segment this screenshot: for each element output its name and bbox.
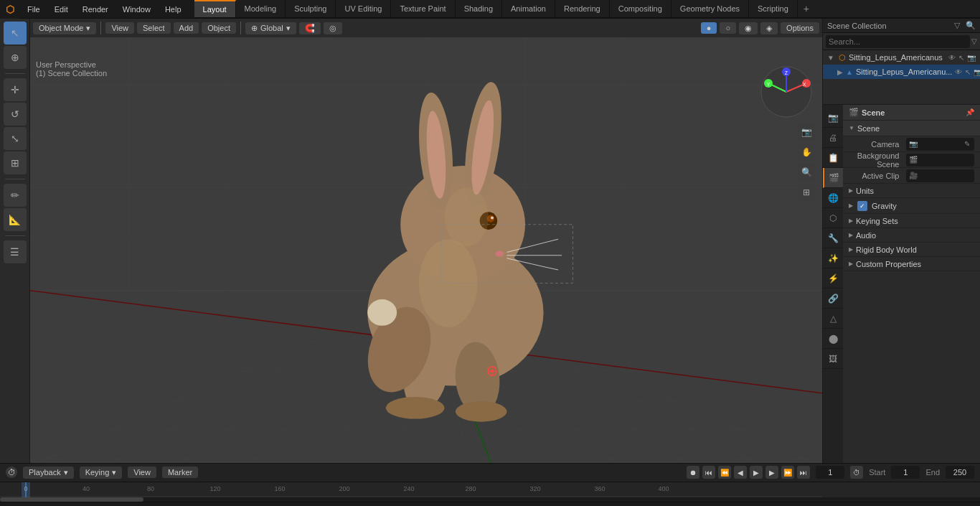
jump-start-btn[interactable]: ⏮: [702, 466, 715, 479]
outliner-filter-icon[interactable]: ▽: [954, 21, 960, 30]
gravity-checkbox[interactable]: ✓: [857, 201, 867, 211]
marker-menu[interactable]: Marker: [162, 467, 198, 478]
prev-keyframe-btn[interactable]: ◀: [734, 466, 747, 479]
timeline-scrollbar[interactable]: [0, 497, 980, 502]
tool-scale[interactable]: ⤡: [4, 127, 27, 150]
tab-geometry-nodes[interactable]: Geometry Nodes: [672, 0, 749, 17]
timeline-ruler[interactable]: 0 40 80 120 160 200 240 280 320 360 400: [0, 482, 980, 502]
prop-tab-particles[interactable]: ✨: [823, 248, 843, 268]
viewport-tool-hand[interactable]: ✋: [798, 144, 815, 161]
fps-indicator[interactable]: ⏱: [850, 466, 863, 479]
menu-help[interactable]: Help: [158, 0, 189, 18]
viewport-3d[interactable]: Object Mode ▾ View Select Add Object ⊕ G…: [30, 19, 822, 463]
custom-props-section[interactable]: ▶ Custom Properties: [843, 257, 980, 271]
snap-toggle[interactable]: 🧲: [299, 22, 321, 34]
prop-tab-material[interactable]: ⬤: [823, 329, 843, 349]
menu-window[interactable]: Window: [116, 0, 158, 18]
next-frame-btn[interactable]: ⏩: [781, 466, 794, 479]
prop-tab-data[interactable]: △: [823, 309, 843, 329]
tool-add[interactable]: ☰: [4, 240, 27, 263]
gravity-section[interactable]: ▶ ✓ Gravity: [843, 198, 980, 214]
background-scene-value[interactable]: 🎬: [906, 154, 974, 167]
object-mode-selector[interactable]: Object Mode ▾: [33, 22, 96, 34]
proportional-edit[interactable]: ◎: [324, 22, 342, 34]
prop-tab-world[interactable]: 🌐: [823, 188, 843, 208]
next-keyframe-btn[interactable]: ▶: [765, 466, 778, 479]
timeline-mode-icon[interactable]: ⏱: [6, 467, 17, 478]
viewport-tool-grid[interactable]: ⊞: [798, 184, 815, 201]
add-workspace-button[interactable]: +: [798, 3, 815, 14]
render-restrict-icon-2[interactable]: 📷: [974, 68, 980, 76]
tab-rendering[interactable]: Rendering: [555, 0, 610, 17]
frame-end-field[interactable]: 250: [946, 466, 974, 479]
prop-tab-output[interactable]: 🖨: [823, 128, 843, 148]
visibility-icon[interactable]: 👁: [948, 54, 956, 62]
camera-edit-icon[interactable]: ✎: [964, 140, 970, 148]
tab-scripting[interactable]: Scripting: [749, 0, 798, 17]
pin-icon[interactable]: 📌: [966, 108, 974, 116]
camera-value[interactable]: 📷 ✎: [906, 138, 974, 151]
select-restrict-icon[interactable]: ↖: [958, 54, 964, 62]
tab-uv-editing[interactable]: UV Editing: [336, 0, 391, 17]
select-restrict-icon-2[interactable]: ↖: [965, 68, 971, 76]
tool-move[interactable]: ✛: [4, 78, 27, 101]
tool-cursor[interactable]: ⊕: [4, 46, 27, 69]
tool-annotate[interactable]: ✏: [4, 184, 27, 207]
outliner-search-input[interactable]: [826, 35, 970, 48]
gizmo[interactable]: X Y Z: [758, 63, 815, 121]
tool-transform[interactable]: ⊞: [4, 151, 27, 174]
object-menu[interactable]: Object: [202, 22, 236, 34]
prop-tab-object[interactable]: ⬡: [823, 208, 843, 228]
prop-tab-modifier[interactable]: 🔧: [823, 228, 843, 248]
tab-compositing[interactable]: Compositing: [610, 0, 672, 17]
tab-modeling[interactable]: Modeling: [236, 0, 286, 17]
timeline-scrollbar-thumb[interactable]: [0, 497, 143, 502]
play-btn[interactable]: ▶: [750, 466, 763, 479]
active-clip-value[interactable]: 🎥: [906, 169, 974, 182]
rigid-body-section[interactable]: ▶ Rigid Body World: [843, 243, 980, 257]
select-menu[interactable]: Select: [137, 22, 171, 34]
viewport-shading-solid[interactable]: ●: [701, 22, 717, 34]
transform-selector[interactable]: ⊕ Global ▾: [245, 22, 296, 34]
viewport-shading-rendered[interactable]: ◉: [739, 22, 758, 34]
menu-edit[interactable]: Edit: [47, 0, 75, 18]
tab-sculpting[interactable]: Sculpting: [286, 0, 336, 17]
outliner-item-mesh[interactable]: ▶ ▲ Sitting_Lepus_Americanu... 👁 ↖ 📷: [823, 65, 980, 79]
keying-menu[interactable]: Keying ▾: [80, 467, 123, 479]
prop-tab-constraints[interactable]: 🔗: [823, 289, 843, 309]
prop-tab-physics[interactable]: ⚡: [823, 268, 843, 289]
units-section[interactable]: ▶ Units: [843, 184, 980, 198]
outliner-item-collection[interactable]: ▼ ⬡ Sitting_Lepus_Americanus 👁 ↖ 📷: [823, 50, 980, 65]
jump-end-btn[interactable]: ⏭: [797, 466, 810, 479]
audio-section[interactable]: ▶ Audio: [843, 228, 980, 243]
menu-render[interactable]: Render: [75, 0, 116, 18]
prop-tab-texture[interactable]: 🖼: [823, 349, 843, 369]
view-menu-tl[interactable]: View: [128, 467, 156, 478]
prev-frame-btn[interactable]: ⏪: [718, 466, 731, 479]
options-menu[interactable]: Options: [781, 22, 819, 34]
menu-file[interactable]: File: [20, 0, 47, 18]
record-btn[interactable]: ⏺: [687, 466, 699, 479]
current-frame-field[interactable]: 1: [816, 466, 844, 479]
prop-tab-render[interactable]: 📷: [823, 108, 843, 128]
tab-layout[interactable]: Layout: [194, 0, 236, 17]
tab-shading[interactable]: Shading: [456, 0, 502, 17]
outliner-filter-btn[interactable]: ▽: [971, 37, 977, 45]
viewport-shading-material[interactable]: ○: [720, 22, 736, 34]
tool-rotate[interactable]: ↺: [4, 103, 27, 126]
viewport-tool-zoom[interactable]: 🔍: [798, 164, 815, 181]
tool-select[interactable]: ↖: [4, 22, 27, 44]
prop-tab-view-layer[interactable]: 📋: [823, 148, 843, 168]
outliner-search-icon[interactable]: 🔍: [966, 21, 976, 30]
tab-animation[interactable]: Animation: [502, 0, 555, 17]
render-restrict-icon[interactable]: 📷: [967, 54, 976, 62]
tab-texture-paint[interactable]: Texture Paint: [391, 0, 455, 17]
viewport-tool-camera[interactable]: 📷: [798, 123, 815, 141]
visibility-icon-2[interactable]: 👁: [955, 68, 962, 76]
view-menu[interactable]: View: [105, 22, 134, 34]
keying-sets-section[interactable]: ▶ Keying Sets: [843, 214, 980, 228]
viewport-canvas[interactable]: User Perspective (1) Scene Collection X …: [30, 37, 822, 463]
prop-tab-scene[interactable]: 🎬: [823, 168, 843, 188]
viewport-shading-eevee[interactable]: ◈: [760, 22, 778, 34]
scene-subsection-header[interactable]: ▼ Scene: [843, 121, 980, 136]
